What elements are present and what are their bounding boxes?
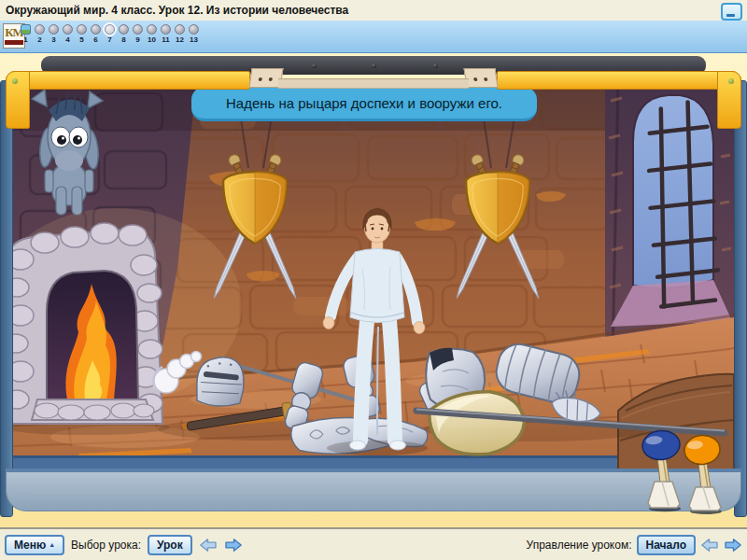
page-button-13[interactable]: 13 [187,24,201,44]
next-lesson-arrow-icon[interactable] [224,538,243,553]
screw-icon [269,77,274,81]
frame-gold-corner-left [6,71,30,129]
page-dot-icon [91,24,101,35]
frame-gold-strip-left [6,71,250,90]
frame-plate-cap-right [464,68,499,88]
frame-gold-strip-right [497,71,741,90]
lesson-control-label: Управление уроком: [527,539,632,552]
prev-lesson-arrow-icon[interactable] [199,538,218,553]
screw-icon [372,63,376,68]
castle-scene [13,82,734,470]
knight-hand-left [323,317,334,329]
page-thumbnail-icon [21,24,31,35]
minimize-button[interactable] [721,3,742,21]
page-number: 6 [93,36,97,44]
page-dot-icon [175,24,185,35]
console-seam [29,495,718,496]
page-dot-icon [119,24,129,35]
page-number: 7 [107,36,111,44]
instruction-text: Надень на рыцаря доспехи и вооружи его. [226,95,502,111]
orange-lever[interactable] [683,434,722,514]
page-dot-icon [35,24,45,35]
page-number: 5 [79,36,83,44]
page-buttons: 12345678910111213 [19,24,201,44]
minimize-icon [726,14,735,17]
page-dot-icon [161,24,171,35]
start-button[interactable]: Начало [637,535,696,555]
screw-icon [728,78,734,84]
page-dot-icon [77,24,87,35]
next-step-arrow-icon[interactable] [724,538,742,553]
page-button-3[interactable]: 3 [47,24,61,44]
page-button-10[interactable]: 10 [145,24,159,44]
page-dot-icon [49,24,59,35]
lesson-button[interactable]: Урок [148,535,192,555]
screw-icon [433,63,438,68]
page-number: 2 [37,36,41,44]
page-button-7[interactable]: 7 [103,24,117,44]
page-number: 12 [176,36,184,44]
lesson-button-label: Урок [157,539,183,552]
page-button-12[interactable]: 12 [173,24,187,44]
page-button-1[interactable]: 1 [19,24,33,44]
screw-icon [259,77,263,81]
page-number: 4 [65,36,69,44]
page-button-5[interactable]: 5 [75,24,89,44]
main-area: Надень на рыцаря доспехи и вооружи его. [0,52,747,527]
page-number: 8 [121,36,125,44]
frame-rail-left [0,80,13,517]
screw-icon [484,77,488,81]
page-button-6[interactable]: 6 [89,24,103,44]
screw-icon [312,63,317,68]
page-button-4[interactable]: 4 [61,24,75,44]
page-dot-icon [133,24,143,35]
orange-lever-knob[interactable] [683,434,721,467]
page-number: 13 [190,36,198,44]
screw-icon [473,77,478,81]
caret-up-icon: ▲ [49,541,55,548]
page-button-2[interactable]: 2 [33,24,47,44]
toolbar: КМ 12345678910111213 [0,21,747,53]
knight-hand-right [414,322,425,334]
page-button-11[interactable]: 11 [159,24,173,44]
page-dot-icon [147,24,157,35]
page-number: 3 [51,36,55,44]
page-dot-icon [63,24,73,35]
page-button-9[interactable]: 9 [131,24,145,44]
fireplace [13,223,170,435]
menu-button-label: Меню [14,539,46,552]
lesson-select-label: Выбор урока: [71,539,141,552]
menu-button[interactable]: Меню ▲ [5,535,64,555]
page-button-8[interactable]: 8 [117,24,131,44]
page-number: 10 [148,36,156,44]
start-button-label: Начало [646,539,686,552]
title-bar: Окружающий мир. 4 класс. Урок 12. Из ист… [0,0,747,21]
page-number: 1 [23,36,27,44]
screw-icon [12,78,18,84]
page-number: 11 [162,36,169,44]
page-dot-icon [105,24,115,35]
page-number: 9 [135,36,139,44]
bottom-bar: Меню ▲ Выбор урока: Урок Управление урок… [0,527,747,560]
frame-plate-strip [278,78,469,89]
window-title: Окружающий мир. 4 класс. Урок 12. Из ист… [6,4,348,17]
blue-lever-knob[interactable] [641,428,681,461]
blue-lever[interactable] [641,428,681,511]
page-dot-icon [189,24,199,35]
instruction-bubble: Надень на рыцаря доспехи и вооружи его. [191,87,537,121]
prev-step-arrow-icon[interactable] [700,538,719,553]
